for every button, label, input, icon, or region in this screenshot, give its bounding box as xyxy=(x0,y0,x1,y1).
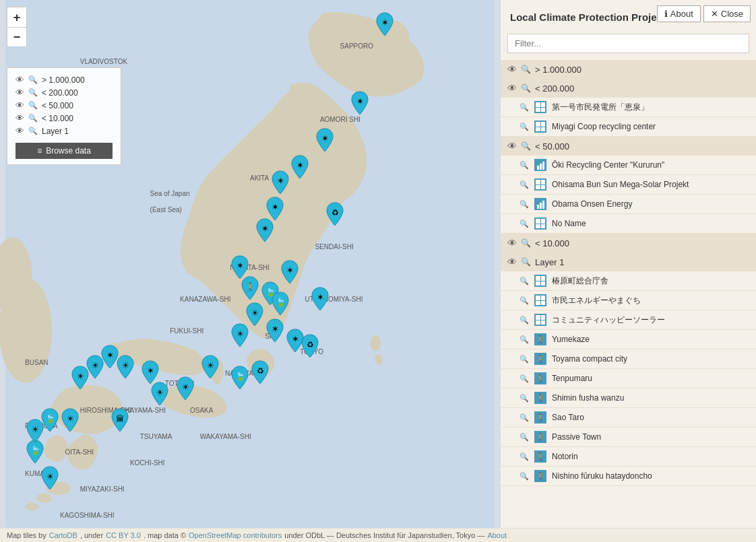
group-header-group4[interactable]: 👁 🔍 < 10.000 xyxy=(501,234,756,252)
eye-icon-3: 👁 xyxy=(15,100,24,110)
bottom-text4: under ODbL — Deutsches Institut für Japa… xyxy=(284,531,484,539)
map-pin-pin20[interactable]: ☀ xyxy=(199,354,221,380)
map-pin-pin8[interactable]: ♻ xyxy=(324,201,346,227)
item-label: 椿原町総合庁舎 xyxy=(552,275,608,287)
search-icon-group-1: 🔍 xyxy=(521,83,531,93)
list-item[interactable]: 🔍 Ohisama Bun Sun Mega-Solar Projekt xyxy=(501,175,756,195)
item-label: Yumekaze xyxy=(552,335,590,344)
item-search-icon: 🔍 xyxy=(519,161,529,170)
list-item[interactable]: 🔍 🚶 Notorin xyxy=(501,447,756,467)
map-pin-pin28[interactable]: ☀ xyxy=(115,354,136,380)
map-pin-pin18[interactable]: ♻ xyxy=(299,333,321,359)
cartodb-link[interactable]: CartoDB xyxy=(49,531,77,539)
item-search-icon: 🔍 xyxy=(519,277,529,285)
about-button[interactable]: ℹ About xyxy=(657,5,701,22)
item-label: 第一号市民発電所「恵泉」 xyxy=(552,102,649,113)
svg-text:✶: ✶ xyxy=(291,334,298,344)
svg-text:☀: ☀ xyxy=(76,372,84,381)
list-item[interactable]: 🔍 市民エネルギーやまぐち xyxy=(501,291,756,310)
svg-point-9 xyxy=(36,321,47,345)
group-header-group1[interactable]: 👁 🔍 > 1.000.000 xyxy=(501,60,756,79)
person-icon: 🚶 xyxy=(534,470,546,482)
list-item[interactable]: 🔍 椿原町総合庁舎 xyxy=(501,271,756,291)
svg-text:✶: ✶ xyxy=(276,176,284,186)
bottom-text2: , under xyxy=(80,531,103,539)
group-group3: 👁 🔍 < 50.000 🔍 Ōki Recycling Center "Kur… xyxy=(501,137,756,234)
map-pin-pin31[interactable]: ☀ xyxy=(59,407,81,433)
close-button[interactable]: ✕ Close xyxy=(703,5,751,22)
group-label-3: < 10.000 xyxy=(535,238,569,248)
item-search-icon: 🔍 xyxy=(519,200,529,209)
list-item[interactable]: 🔍 🚶 Nishino fūruku hataydoncho xyxy=(501,467,756,486)
item-search-icon: 🔍 xyxy=(519,335,529,344)
list-item[interactable]: 🔍 🚶 Passive Town xyxy=(501,428,756,447)
browse-data-button[interactable]: ≡ Browse data xyxy=(15,143,113,159)
item-search-icon: 🔍 xyxy=(519,219,529,228)
svg-text:♻: ♻ xyxy=(307,340,314,349)
map-pin-pin1[interactable]: ✶ xyxy=(374,11,396,37)
map-pin-pin19[interactable]: ☀ xyxy=(229,323,251,348)
main-container: + − 👁 🔍 > 1.000.000 👁 🔍 < 200.000 👁 🔍 < … xyxy=(0,0,756,528)
map-pin-pin34[interactable]: ☀ xyxy=(24,418,46,444)
group-group2: 👁 🔍 < 200.000 🔍 第一号市民発電所「恵泉」 🔍 Miyagi Co… xyxy=(501,79,756,137)
filter-input[interactable] xyxy=(507,34,749,53)
map-pin-pin16[interactable]: ✶ xyxy=(264,318,286,343)
item-search-icon: 🔍 xyxy=(519,103,529,112)
list-item[interactable]: 🔍 No Name xyxy=(501,214,756,234)
map-pin-pin24[interactable]: ☀ xyxy=(175,376,196,401)
map-pin-pin35[interactable]: ☀ xyxy=(39,465,61,491)
search-icon-group-3: 🔍 xyxy=(521,238,531,248)
list-item[interactable]: 🔍 Ōki Recycling Center "Kururun" xyxy=(501,156,756,175)
group-label-0: > 1.000.000 xyxy=(535,65,581,75)
list-item[interactable]: 🔍 第一号市民発電所「恵泉」 xyxy=(501,98,756,117)
svg-text:☀: ☀ xyxy=(91,361,98,370)
item-label: コミュニティハッピーソーラー xyxy=(552,314,665,326)
eye-icon-group-2: 👁 xyxy=(507,141,517,151)
map-pin-pin22[interactable]: 🍃 xyxy=(229,365,251,391)
map-pin-pin2[interactable]: ✶ xyxy=(349,90,371,116)
svg-text:✶: ✶ xyxy=(296,160,304,170)
map-pin-pin3[interactable]: ✶ xyxy=(314,127,336,153)
cc-link[interactable]: CC BY 3.0 xyxy=(106,531,141,539)
bottom-about-link[interactable]: About xyxy=(487,531,507,539)
group-header-group2[interactable]: 👁 🔍 < 200.000 xyxy=(501,79,756,98)
svg-text:✶: ✶ xyxy=(356,96,364,106)
zoom-in-button[interactable]: + xyxy=(7,7,27,27)
svg-text:🍃: 🍃 xyxy=(45,413,55,424)
map-pin-pin21[interactable]: ♻ xyxy=(249,360,271,385)
group-header-group5[interactable]: 👁 🔍 Layer 1 xyxy=(501,252,756,271)
map-pin-pin11[interactable]: ✶ xyxy=(309,286,331,312)
svg-text:🚶: 🚶 xyxy=(245,281,255,292)
list-item[interactable]: 🔍 🚶 Toyama compact city xyxy=(501,349,756,369)
map-pin-pin30[interactable]: 🏛 xyxy=(109,407,131,433)
map-pin-pin4[interactable]: ✶ xyxy=(289,154,311,180)
list-item[interactable]: 🔍 🚶 Shimin fusha wanzu xyxy=(501,388,756,408)
map-pin-pin14[interactable]: 🍃 xyxy=(270,291,291,316)
osm-link[interactable]: OpenStreetMap contributors xyxy=(189,531,282,539)
bottom-bar: Map tiles by CartoDB , under CC BY 3.0 .… xyxy=(0,528,756,542)
map-pin-pin29[interactable]: ☀ xyxy=(69,365,91,391)
map-pin-pin10[interactable]: ✶ xyxy=(279,259,301,285)
item-search-icon: 🔍 xyxy=(519,433,529,442)
group-group1: 👁 🔍 > 1.000.000 xyxy=(501,60,756,79)
map-pin-pin7[interactable]: ✶ xyxy=(254,217,276,243)
svg-text:✶: ✶ xyxy=(261,224,269,234)
map-pin-pin26[interactable]: ✶ xyxy=(139,360,161,385)
list-item[interactable]: 🔍 🚶 Tenpumaru xyxy=(501,369,756,388)
group-label-2: < 50.000 xyxy=(535,141,569,151)
list-item[interactable]: 🔍 コミュニティハッピーソーラー xyxy=(501,310,756,330)
panel-title: Local Climate Protection Projects xyxy=(507,3,671,31)
legend-label-5: Layer 1 xyxy=(42,127,69,136)
item-search-icon: 🔍 xyxy=(519,374,529,383)
group-header-group3[interactable]: 👁 🔍 < 50.000 xyxy=(501,137,756,156)
item-search-icon: 🔍 xyxy=(519,316,529,325)
item-label: Obama Onsen Energy xyxy=(552,199,632,209)
zoom-out-button[interactable]: − xyxy=(7,27,27,47)
list-item[interactable]: 🔍 🚶 Yumekaze xyxy=(501,330,756,349)
list-item[interactable]: 🔍 Obama Onsen Energy xyxy=(501,195,756,214)
map-pin-pin12[interactable]: 🚶 xyxy=(239,275,261,301)
list-item[interactable]: 🔍 Miyagi Coop recycling center xyxy=(501,117,756,137)
list-item[interactable]: 🔍 🚶 Sao Taro xyxy=(501,408,756,428)
map-pin-pin5[interactable]: ✶ xyxy=(270,170,291,195)
item-label: Ōki Recycling Center "Kururun" xyxy=(552,160,664,170)
